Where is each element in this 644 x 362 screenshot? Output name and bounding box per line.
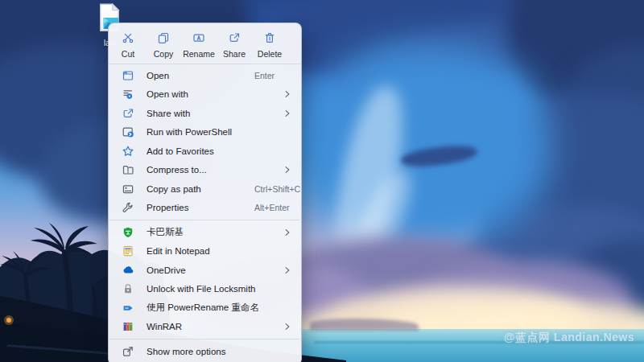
menu-item-run-with-powershell[interactable]: Run with PowerShell (110, 123, 299, 142)
star-icon (122, 145, 134, 158)
menu-item-label: Unlock with File Locksmith (147, 284, 255, 294)
winrar-icon (122, 320, 134, 333)
chevron-right-icon (283, 89, 292, 99)
menu-item-winrar[interactable]: WinRAR (110, 318, 299, 337)
chevron-right-icon (283, 109, 292, 118)
toolbar-cut-button[interactable]: Cut (110, 30, 146, 60)
chevron-right-icon (283, 228, 292, 237)
menu-item-kaspersky[interactable]: 卡巴斯基 (110, 223, 299, 242)
menu-item-label: Open with (147, 89, 188, 99)
menu-item-label: Add to Favorites (147, 146, 214, 156)
onedrive-icon (122, 264, 134, 277)
menu-item-onedrive[interactable]: OneDrive (110, 261, 299, 280)
menu-separator (109, 220, 300, 220)
notepad-icon (122, 245, 134, 257)
chevron-right-icon (283, 165, 292, 175)
menu-item-show-more-options[interactable]: Show more options (110, 342, 299, 361)
menu-item-label: 卡巴斯基 (147, 226, 184, 238)
toolbar-delete-button[interactable]: Delete (252, 30, 287, 60)
trash-icon (263, 31, 276, 47)
toolbar-rename-button[interactable]: Rename (181, 30, 217, 60)
menu-item-powerrename[interactable]: 使用 PowerRename 重命名 (110, 298, 299, 318)
menu-item-unlock-file-locksmith[interactable]: Unlock with File Locksmith (110, 280, 299, 299)
toolbar-label: Rename (183, 49, 215, 59)
menu-item-label: OneDrive (147, 265, 186, 275)
menu-item-label: Open (147, 71, 169, 80)
menu-item-open-with[interactable]: Open with (110, 85, 299, 105)
share-with-icon (122, 107, 134, 120)
compress-icon (122, 163, 134, 176)
menu-separator (109, 339, 300, 339)
context-menu-body: OpenEnterOpen withShare withRun with Pow… (109, 64, 301, 361)
share-icon (228, 31, 241, 47)
watermark-text: @蓝点网 Landian.News (504, 331, 634, 345)
menu-item-label: Properties (147, 203, 188, 212)
context-menu: CutCopyRenameShareDelete OpenEnterOpen w… (108, 23, 302, 362)
open-app-icon (122, 69, 134, 82)
kaspersky-icon (122, 226, 134, 239)
menu-item-shortcut: Alt+Enter (254, 203, 289, 212)
powershell-icon (122, 125, 134, 138)
menu-item-share-with[interactable]: Share with (110, 104, 299, 123)
copy-path-icon (122, 183, 134, 195)
quick-actions-toolbar: CutCopyRenameShareDelete (109, 26, 301, 64)
toolbar-share-button[interactable]: Share (217, 30, 252, 60)
powerrename-icon (122, 302, 134, 315)
menu-item-label: Show more options (147, 347, 225, 356)
open-with-icon (122, 88, 134, 101)
toolbar-label: Share (223, 49, 246, 59)
menu-item-label: Edit in Notepad (147, 246, 210, 256)
chevron-right-icon (283, 322, 292, 331)
toolbar-label: Cut (122, 49, 134, 59)
menu-item-shortcut: Ctrl+Shift+C (254, 184, 300, 194)
menu-item-label: Run with PowerShell (147, 127, 232, 137)
copy-icon (157, 31, 170, 47)
menu-item-compress-to[interactable]: Compress to... (110, 161, 299, 180)
menu-item-label: WinRAR (147, 322, 182, 331)
padlock-icon (122, 282, 134, 295)
chevron-right-icon (283, 265, 292, 275)
menu-item-label: Share with (147, 109, 190, 118)
menu-item-label: Copy as path (147, 184, 201, 194)
toolbar-label: Copy (154, 49, 174, 59)
menu-item-label: Compress to... (147, 165, 207, 175)
menu-item-copy-as-path[interactable]: Copy as pathCtrl+Shift+C (110, 179, 299, 199)
toolbar-label: Delete (258, 49, 282, 59)
menu-item-label: 使用 PowerRename 重命名 (147, 302, 259, 314)
menu-item-edit-in-notepad[interactable]: Edit in Notepad (110, 242, 299, 261)
menu-item-add-to-favorites[interactable]: Add to Favorites (110, 142, 299, 161)
menu-item-open[interactable]: OpenEnter (110, 66, 299, 85)
wrench-icon (122, 201, 134, 214)
scissors-icon (122, 31, 134, 47)
toolbar-copy-button[interactable]: Copy (146, 30, 181, 60)
desktop-wallpaper: @蓝点网 Landian.News (0, 0, 644, 362)
rename-icon (192, 31, 205, 47)
more-options-icon (122, 345, 134, 358)
menu-item-properties[interactable]: PropertiesAlt+Enter (110, 199, 299, 218)
menu-item-shortcut: Enter (254, 71, 275, 80)
